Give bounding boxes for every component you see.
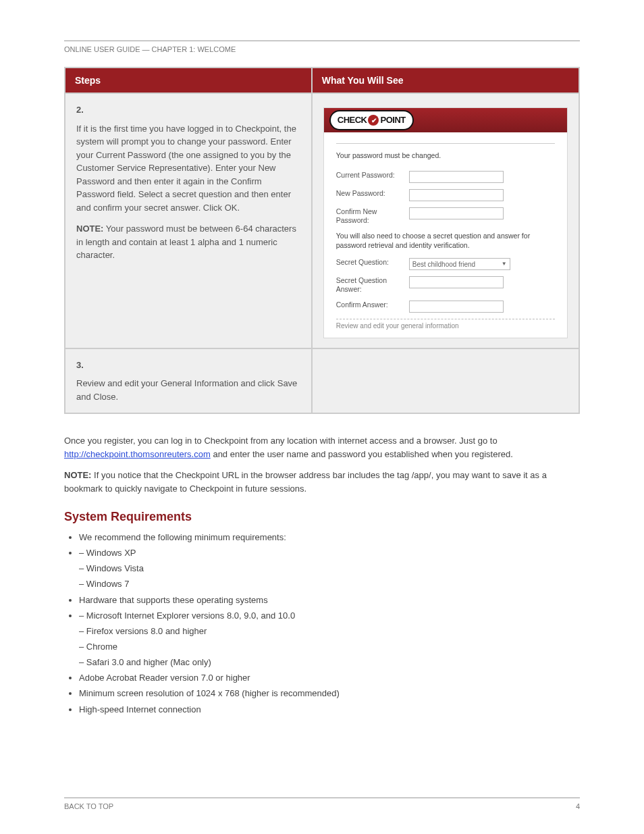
list-item: Windows Vista	[79, 562, 580, 575]
page-footer: BACK TO TOP 4	[64, 798, 580, 810]
screenshot-banner: CHECK ✔ POINT	[324, 108, 567, 132]
checkpoint-link[interactable]: http://checkpoint.thomsonreuters.com	[64, 449, 211, 459]
col-whatsee: What You Will See	[312, 68, 579, 93]
step-text: Review and edit your General Information…	[76, 378, 297, 402]
table-row: 3. Review and edit your General Informat…	[65, 348, 579, 414]
section-heading: System Requirements	[64, 510, 580, 524]
chevron-down-icon: ▼	[502, 260, 507, 268]
secret-question-select[interactable]: Best childhood friend ▼	[409, 258, 510, 270]
steps-table: Steps What You Will See 2. If it is the …	[64, 67, 580, 414]
step-number: 3.	[76, 359, 300, 372]
secret-info: You will also need to choose a secret qu…	[336, 232, 555, 250]
list-item: Hardware that supports these operating s…	[79, 594, 580, 607]
list-item: Chrome	[79, 640, 580, 654]
list-item: Adobe Acrobat Reader version 7.0 or high…	[79, 671, 580, 685]
label-secret-answer: Secret Question Answer:	[336, 276, 409, 294]
note-label: NOTE:	[64, 470, 91, 480]
checkpoint-logo: CHECK ✔ POINT	[329, 110, 414, 130]
confirm-password-input[interactable]	[409, 207, 504, 219]
swirl-icon: ✔	[368, 115, 379, 126]
list-item: High-speed Internet connection	[79, 703, 580, 716]
password-msg: Your password must be changed.	[336, 151, 555, 161]
list-item: Microsoft Internet Explorer versions 8.0…	[79, 609, 580, 623]
password-change-screenshot: CHECK ✔ POINT Your password must be chan…	[323, 107, 568, 338]
label-new-password: New Password:	[336, 189, 409, 198]
label-confirm-password: Confirm New Password:	[336, 207, 409, 225]
list-item: Windows 7	[79, 577, 580, 591]
label-confirm-answer: Confirm Answer:	[336, 301, 409, 309]
list-item: Firefox versions 8.0 and higher	[79, 625, 580, 638]
secret-answer-input[interactable]	[409, 276, 504, 288]
tear-text: Review and edit your general information	[336, 319, 555, 331]
new-password-input[interactable]	[409, 189, 504, 201]
note-label: NOTE:	[76, 224, 103, 234]
page-header: ONLINE USER GUIDE — CHAPTER 1: WELCOME	[64, 45, 580, 53]
col-steps: Steps	[65, 68, 312, 93]
list-item: Minimum screen resolution of 1024 x 768 …	[79, 687, 580, 700]
confirm-answer-input[interactable]	[409, 301, 504, 313]
body-text: Once you register, you can log in to Che…	[64, 434, 580, 495]
current-password-input[interactable]	[409, 171, 504, 183]
table-row: 2. If it is the first time you have logg…	[65, 93, 579, 348]
page-number: 4	[576, 802, 580, 810]
step-number: 2.	[76, 103, 300, 117]
step-text: If it is the first time you have logged …	[76, 124, 296, 213]
list-item: Safari 3.0 and higher (Mac only)	[79, 656, 580, 669]
label-current-password: Current Password:	[336, 171, 409, 180]
requirements-list: We recommend the following minimum requi…	[79, 531, 580, 716]
back-to-top[interactable]: BACK TO TOP	[64, 802, 113, 810]
list-item: Windows XP	[79, 546, 580, 560]
label-secret-question: Secret Question:	[336, 258, 409, 267]
note-text: Your password must be between 6-64 chara…	[76, 224, 296, 260]
